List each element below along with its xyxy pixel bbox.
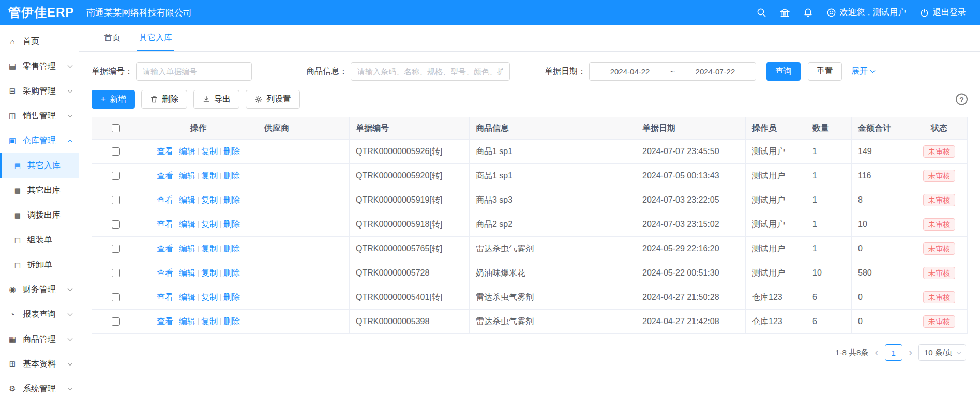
help-icon[interactable]: ?: [956, 94, 968, 105]
tab-home[interactable]: 首页: [104, 25, 120, 51]
copy-link[interactable]: 复制: [201, 268, 218, 277]
edit-link[interactable]: 编辑: [179, 244, 195, 253]
delete-link[interactable]: 删除: [223, 171, 240, 180]
row-checkbox[interactable]: [112, 293, 120, 301]
delete-link[interactable]: 删除: [223, 268, 240, 277]
sidebar-subitem-transfer-outbound[interactable]: ▤ 调拨出库: [0, 203, 79, 227]
sidebar-item-system[interactable]: ⚙ 系统管理: [0, 376, 79, 401]
sidebar-subitem-label: 拆卸单: [27, 260, 52, 270]
view-link[interactable]: 查看: [157, 317, 173, 326]
sidebar-item-retail[interactable]: ▤ 零售管理: [0, 54, 79, 79]
user-smile-icon: [826, 8, 836, 18]
product-input[interactable]: [351, 62, 510, 81]
view-link[interactable]: 查看: [157, 268, 173, 277]
sidebar-item-basic-data[interactable]: ⊞ 基本资料: [0, 352, 79, 376]
header-supplier: 供应商: [258, 117, 350, 140]
page-size-select[interactable]: 10 条/页: [918, 344, 966, 361]
sidebar-item-purchase[interactable]: ⊟ 采购管理: [0, 79, 79, 103]
copy-link[interactable]: 复制: [201, 293, 218, 301]
copy-link[interactable]: 复制: [201, 220, 218, 229]
edit-link[interactable]: 编辑: [179, 195, 195, 204]
logout-button[interactable]: 退出登录: [919, 7, 966, 18]
date-cell: 2024-07-07 23:45:50: [636, 140, 746, 164]
reset-button[interactable]: 重置: [808, 62, 842, 81]
edit-link[interactable]: 编辑: [179, 293, 195, 301]
tab-other-inbound[interactable]: 其它入库: [139, 25, 172, 51]
delete-link[interactable]: 删除: [223, 293, 240, 301]
edit-link[interactable]: 编辑: [179, 147, 195, 156]
view-link[interactable]: 查看: [157, 195, 173, 204]
sidebar-item-goods[interactable]: ▦ 商品管理: [0, 327, 79, 352]
edit-link[interactable]: 编辑: [179, 317, 195, 326]
prev-page-icon[interactable]: ‹: [875, 347, 878, 358]
row-checkbox[interactable]: [112, 172, 120, 180]
copy-link[interactable]: 复制: [201, 147, 218, 156]
column-settings-button[interactable]: 列设置: [246, 90, 300, 109]
copy-link[interactable]: 复制: [201, 195, 218, 204]
sidebar-item-label: 报表查询: [23, 309, 56, 320]
row-checkbox[interactable]: [112, 317, 120, 326]
edit-link[interactable]: 编辑: [179, 220, 195, 229]
filter-bar: 单据编号： 商品信息： 单据日期： 2024-04-22 ~ 2024-07-2…: [92, 62, 968, 81]
app-logo[interactable]: 管伊佳ERP: [0, 4, 79, 21]
view-link[interactable]: 查看: [157, 244, 173, 253]
sidebar-subitem-other-outbound[interactable]: ▤ 其它出库: [0, 178, 79, 203]
view-link[interactable]: 查看: [157, 220, 173, 229]
date-to-value[interactable]: 2024-07-22: [696, 67, 735, 76]
operator-cell: 测试用户: [746, 261, 806, 285]
copy-link[interactable]: 复制: [201, 171, 218, 180]
delete-link[interactable]: 删除: [223, 147, 240, 156]
search-button[interactable]: 查询: [766, 62, 801, 81]
search-icon[interactable]: [757, 8, 766, 18]
view-link[interactable]: 查看: [157, 293, 173, 301]
sidebar-subitem-assembly[interactable]: ▤ 组装单: [0, 227, 79, 252]
export-button[interactable]: 导出: [193, 90, 239, 109]
operator-cell: 测试用户: [746, 188, 806, 212]
sidebar-subitem-other-inbound[interactable]: ▤ 其它入库: [0, 153, 79, 178]
date-range-picker[interactable]: 2024-04-22 ~ 2024-07-22: [589, 62, 756, 81]
row-checkbox[interactable]: [112, 147, 120, 156]
date-from-value[interactable]: 2024-04-22: [610, 67, 650, 76]
view-link[interactable]: 查看: [157, 171, 173, 180]
table-row: 查看编辑复制删除 QTRK00000005918[转] 商品2 sp2 2024…: [92, 212, 968, 237]
copy-link[interactable]: 复制: [201, 317, 218, 326]
bank-building-icon[interactable]: [780, 8, 790, 18]
delete-link[interactable]: 删除: [223, 244, 240, 253]
edit-link[interactable]: 编辑: [179, 268, 195, 277]
header-actions: 欢迎您，测试用户 退出登录: [757, 7, 980, 18]
sidebar-item-sales[interactable]: ◫ 销售管理: [0, 103, 79, 128]
next-page-icon[interactable]: ›: [909, 347, 912, 358]
row-checkbox[interactable]: [112, 269, 120, 277]
view-link[interactable]: 查看: [157, 147, 173, 156]
row-checkbox[interactable]: [112, 245, 120, 253]
row-checkbox[interactable]: [112, 220, 120, 229]
current-page-button[interactable]: 1: [885, 344, 902, 361]
sidebar-item-finance[interactable]: ◉ 财务管理: [0, 277, 79, 302]
sidebar-item-warehouse[interactable]: ▣ 仓库管理: [0, 128, 79, 153]
delete-link[interactable]: 删除: [223, 220, 240, 229]
sidebar-item-reports[interactable]: ◔ 报表查询: [0, 302, 79, 327]
row-checkbox[interactable]: [112, 196, 120, 204]
delete-button[interactable]: 删除: [141, 90, 187, 109]
date-cell: 2024-07-03 23:22:05: [636, 188, 746, 212]
delete-link[interactable]: 删除: [223, 195, 240, 204]
export-label: 导出: [214, 94, 231, 105]
copy-link[interactable]: 复制: [201, 244, 218, 253]
docno-input[interactable]: [136, 62, 252, 81]
bell-icon[interactable]: [803, 8, 813, 18]
sidebar-item-label: 基本资料: [23, 359, 56, 370]
chevron-down-icon: [68, 361, 73, 366]
expand-label: 展开: [851, 66, 868, 77]
chevron-down-icon: [870, 68, 876, 73]
checkbox-cell: [92, 261, 139, 285]
sidebar-subitem-label: 其它出库: [27, 185, 61, 196]
expand-link[interactable]: 展开: [851, 66, 875, 77]
sidebar-item-home[interactable]: ⌂ 首页: [0, 29, 79, 54]
add-button[interactable]: + 新增: [92, 90, 135, 109]
user-menu[interactable]: 欢迎您，测试用户: [826, 7, 906, 18]
edit-link[interactable]: 编辑: [179, 171, 195, 180]
delete-link[interactable]: 删除: [223, 317, 240, 326]
select-all-checkbox[interactable]: [112, 124, 120, 132]
sidebar-subitem-disassembly[interactable]: ▤ 拆卸单: [0, 252, 79, 277]
date-cell: 2024-05-29 22:16:20: [636, 237, 746, 261]
